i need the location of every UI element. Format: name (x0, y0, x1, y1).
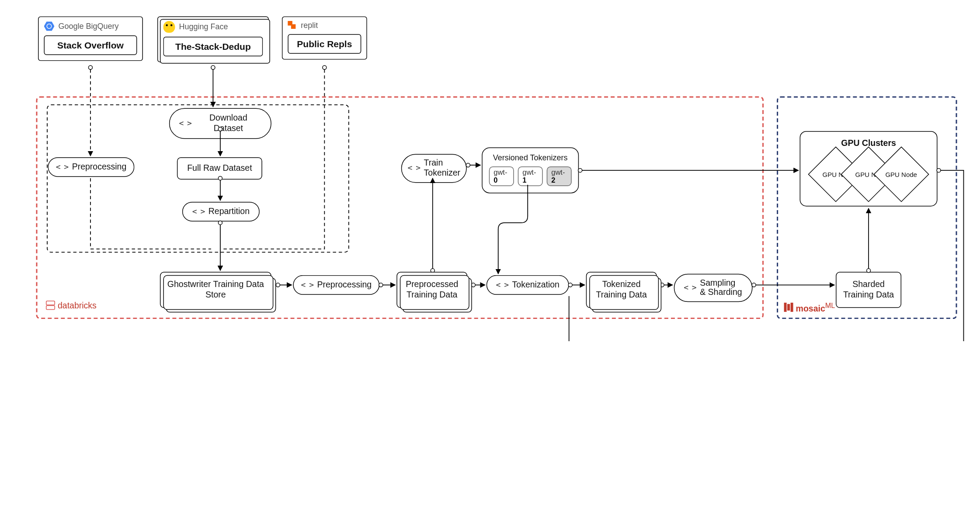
tokenizers-title: Versioned Tokenizers (489, 153, 572, 163)
code-icon: < > (179, 118, 191, 128)
mosaic-icon (784, 303, 793, 312)
gpu-clusters: GPU Clusters GPU No. GPU No. GPU Node (800, 131, 938, 206)
databricks-label: databricks (45, 300, 97, 311)
tokenizer-gwt-0: gwt-0 (489, 166, 514, 186)
replit-icon (288, 21, 297, 30)
step-preprocessing-left: < > Preprocessing (48, 157, 134, 177)
node-preprocessed-data: Preprocessed Training Data (396, 272, 467, 308)
huggingface-dataset: The-Stack-Dedup (163, 37, 263, 56)
node-ghostwriter-store: Ghostwriter Training Data Store (160, 272, 271, 308)
step-preprocessing: < > Preprocessing (293, 275, 379, 295)
svg-point-2 (323, 66, 327, 69)
node-sharded-data: Sharded Training Data (836, 272, 901, 308)
svg-point-1 (88, 66, 92, 69)
huggingface-icon (163, 21, 175, 33)
replit-brand: replit (301, 21, 318, 30)
versioned-tokenizers: Versioned Tokenizers gwt-0 gwt-1 gwt-2 (482, 147, 579, 193)
source-replit: replit Public Repls (282, 16, 367, 59)
node-tokenized-data: Tokenized Training Data (586, 272, 657, 308)
tokenizer-gwt-1: gwt-1 (518, 166, 543, 186)
step-repartition: < > Repartition (182, 202, 260, 221)
step-sampling-sharding: < > Sampling & Sharding (674, 274, 753, 302)
source-huggingface: Hugging Face The-Stack-Dedup (157, 16, 269, 62)
code-icon: < > (496, 280, 508, 290)
step-download-dataset: < > Download Dataset (169, 108, 271, 138)
source-bigquery: Google BigQuery Stack Overflow (38, 16, 143, 61)
tokenizer-gwt-2: gwt-2 (547, 166, 572, 186)
bigquery-brand: Google BigQuery (58, 21, 118, 31)
databricks-icon (45, 300, 55, 311)
bigquery-dataset: Stack Overflow (44, 35, 137, 55)
code-icon: < > (408, 163, 420, 173)
code-icon: < > (684, 283, 696, 293)
mosaicml-label: mosaicML (784, 301, 835, 313)
bigquery-icon (44, 21, 54, 31)
step-tokenization: < > Tokenization (487, 275, 569, 295)
step-train-tokenizer: < > Train Tokenizer (401, 154, 467, 183)
code-icon: < > (56, 162, 68, 172)
node-full-raw-dataset: Full Raw Dataset (177, 157, 262, 180)
gpu-node-2: GPU Node (873, 146, 929, 202)
replit-dataset: Public Repls (288, 34, 361, 54)
svg-point-3 (211, 66, 215, 69)
code-icon: < > (301, 280, 313, 290)
code-icon: < > (192, 207, 205, 216)
huggingface-brand: Hugging Face (179, 22, 228, 31)
